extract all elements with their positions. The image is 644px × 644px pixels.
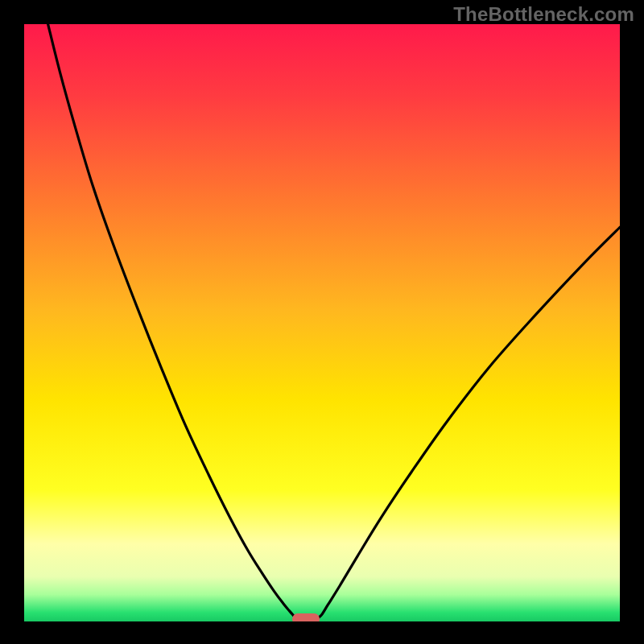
watermark-text: TheBottleneck.com xyxy=(453,3,634,26)
chart-background xyxy=(24,24,620,621)
bottleneck-chart xyxy=(0,0,644,644)
